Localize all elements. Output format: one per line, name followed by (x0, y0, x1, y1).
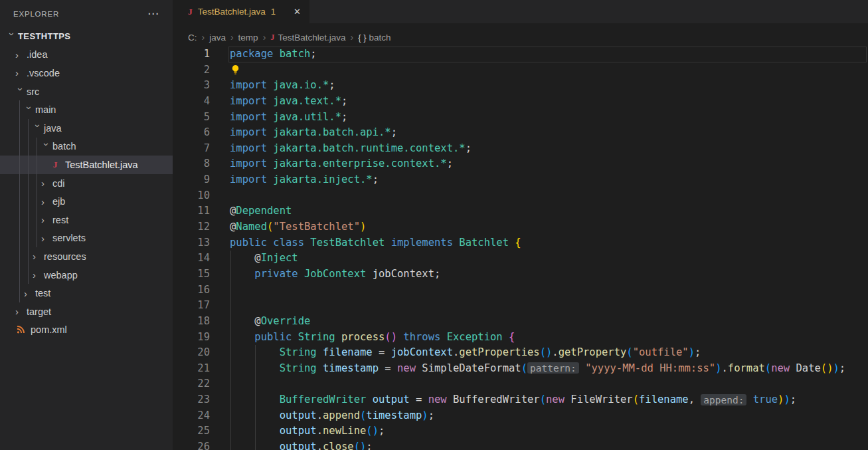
tree-indent-guide (28, 192, 29, 211)
chevron-down-icon[interactable]: › (41, 143, 52, 154)
breadcrumb-item-temp[interactable]: temp (238, 33, 258, 43)
tree-item-rest[interactable]: ›rest (0, 211, 173, 229)
line-number: 12 (173, 219, 210, 235)
code-line-5[interactable]: 5import java.util.*; (173, 110, 868, 126)
code-line-content: import jakarta.batch.api.*; (210, 125, 397, 141)
chevron-right-icon[interactable]: › (33, 251, 44, 262)
tree-item-ejb[interactable]: ›ejb (0, 192, 173, 211)
tree-item-webapp[interactable]: ›webapp (0, 266, 173, 284)
code-line-26[interactable]: 26 output.close(); (173, 439, 868, 450)
code-line-content (210, 282, 230, 298)
code-line-9[interactable]: 9import jakarta.inject.*; (173, 172, 868, 188)
tree-item--idea[interactable]: ›.idea (0, 46, 173, 64)
code-line-15[interactable]: 15 private JobContext jobContext; (173, 267, 868, 282)
code-line-16[interactable]: 16 (173, 282, 868, 298)
tree-item-java[interactable]: ›java (0, 119, 173, 138)
code-line-7[interactable]: 7import jakarta.batch.runtime.context.*; (173, 141, 868, 157)
code-line-14[interactable]: 14 @Inject (173, 251, 868, 267)
breadcrumb-item-testbatchlet-java[interactable]: JTestBatchlet.java (270, 33, 345, 43)
tree-item-label: ejb (52, 196, 65, 207)
token-var: jobContext (391, 346, 453, 358)
tree-item-testbatchlet-java[interactable]: JTestBatchlet.java (0, 156, 173, 174)
tree-item-resources[interactable]: ›resources (0, 247, 173, 266)
chevron-right-icon[interactable]: › (15, 49, 27, 60)
chevron-right-icon[interactable]: › (15, 306, 27, 317)
chevron-right-icon[interactable]: › (24, 288, 35, 299)
tab-problems-badge: 1 (271, 7, 276, 17)
tree-item-testhttps[interactable]: ›TESTHTTPS (0, 27, 173, 46)
more-actions-icon[interactable]: ⋯ (147, 11, 159, 17)
code-line-20[interactable]: 20 String filename = jobContext.getPrope… (173, 345, 868, 361)
code-line-10[interactable]: 10 (173, 188, 868, 204)
tree-item-cdi[interactable]: ›cdi (0, 174, 173, 193)
code-line-content: BufferedWriter output = new BufferedWrit… (210, 392, 796, 408)
code-line-21[interactable]: 21 String timestamp = new SimpleDateForm… (173, 361, 868, 377)
breadcrumb-item-c-[interactable]: C: (188, 33, 197, 43)
close-tab-icon[interactable]: ✕ (292, 6, 303, 17)
code-line-19[interactable]: 19 public String process() throws Except… (173, 330, 868, 346)
chevron-right-icon[interactable]: › (41, 177, 52, 189)
code-line-25[interactable]: 25 output.newLine(); (173, 423, 868, 439)
tree-item-batch[interactable]: ›batch (0, 138, 173, 156)
token-b3: ) (784, 394, 790, 405)
tree-indent-guide (37, 211, 37, 229)
code-line-17[interactable]: 17 (173, 298, 868, 314)
code-line-22[interactable]: 22 (173, 376, 868, 392)
token-txt: ; (447, 158, 453, 169)
code-line-12[interactable]: 12@Named("TestBatchlet") (173, 219, 868, 235)
chevron-down-icon[interactable]: › (7, 33, 18, 44)
code-line-4[interactable]: 4import java.text.*; (173, 94, 868, 110)
tab-testbatchlet-java[interactable]: J TestBatchlet.java 1 ✕ (173, 0, 309, 23)
token-var: output (280, 441, 317, 450)
token-txt (453, 237, 459, 249)
code-line-content: @Dependent (210, 203, 292, 219)
chevron-down-icon[interactable]: › (33, 124, 44, 136)
breadcrumb: C:›java›temp›JTestBatchlet.java›{ }batch (173, 30, 868, 45)
token-kw: public (254, 331, 292, 343)
token-type: String (280, 346, 317, 358)
token-txt: ; (466, 142, 472, 154)
code-line-1[interactable]: 1package batch; (173, 47, 868, 62)
chevron-down-icon[interactable]: › (24, 106, 35, 117)
token-b1: () (821, 362, 833, 374)
code-line-6[interactable]: 6import jakarta.batch.api.*; (173, 125, 868, 141)
tree-item-pom-xml[interactable]: pom.xml (0, 321, 173, 340)
breadcrumb-item-java[interactable]: java (209, 33, 226, 43)
chevron-right-icon[interactable]: › (15, 67, 27, 78)
code-line-8[interactable]: 8import jakarta.enterprise.context.*; (173, 156, 868, 172)
tree-item-servlets[interactable]: ›servlets (0, 229, 173, 248)
token-b3: ( (540, 394, 546, 405)
tree-item--vscode[interactable]: ›.vscode (0, 64, 173, 82)
tree-item-target[interactable]: ›target (0, 302, 173, 321)
code-line-24[interactable]: 24 output.append(timestamp); (173, 408, 868, 424)
token-txt: . (317, 425, 323, 437)
chevron-right-icon[interactable]: › (33, 269, 44, 281)
chevron-down-icon[interactable]: › (15, 88, 27, 99)
tree-indent-guide (28, 211, 29, 229)
chevron-right-icon[interactable]: › (41, 233, 52, 244)
chevron-right-icon[interactable]: › (41, 214, 52, 225)
line-number: 20 (173, 345, 210, 361)
code-line-23[interactable]: 23 BufferedWriter output = new BufferedW… (173, 392, 868, 408)
line-number: 13 (173, 235, 210, 251)
code-line-11[interactable]: 11@Dependent (173, 203, 868, 219)
chevron-right-icon[interactable]: › (41, 196, 52, 207)
code-editor[interactable]: 1package batch;23import java.io.*;4impor… (173, 45, 868, 450)
code-line-content: import jakarta.batch.runtime.context.*; (210, 141, 472, 157)
code-line-2[interactable]: 2 (173, 62, 868, 78)
lightbulb-icon[interactable] (230, 64, 240, 78)
line-number: 3 (173, 78, 210, 94)
code-line-18[interactable]: 18 @Override (173, 314, 868, 330)
token-var: timestamp (323, 362, 379, 374)
tree-item-src[interactable]: ›src (0, 82, 173, 101)
code-line-3[interactable]: 3import java.io.*; (173, 78, 868, 94)
token-txt: ; (310, 48, 316, 60)
token-b3: ( (765, 362, 771, 374)
code-line-13[interactable]: 13public class TestBatchlet implements B… (173, 235, 868, 251)
breadcrumb-separator-icon: › (202, 32, 205, 43)
tree-item-main[interactable]: ›main (0, 100, 173, 119)
token-txt: ; (366, 441, 372, 450)
token-type: batch (280, 48, 311, 60)
breadcrumb-item-batch[interactable]: { }batch (358, 33, 391, 43)
tree-item-test[interactable]: ›test (0, 284, 173, 302)
